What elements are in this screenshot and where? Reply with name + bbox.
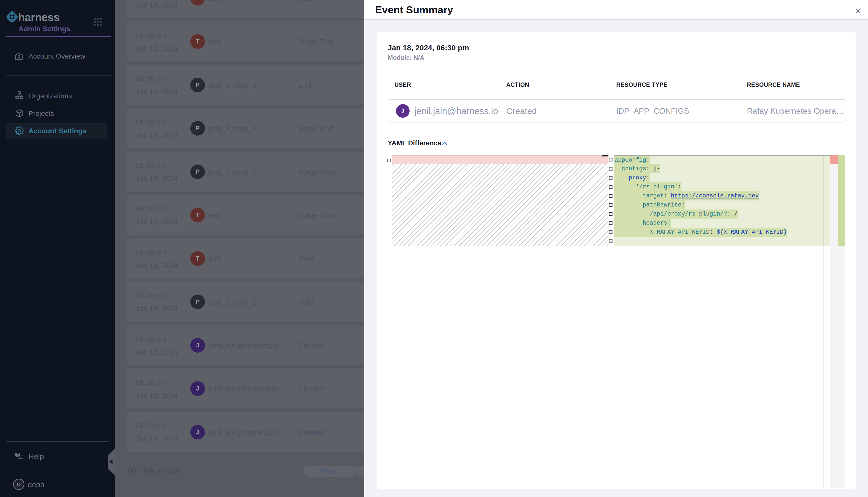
svg-text:?: ? — [17, 453, 19, 456]
